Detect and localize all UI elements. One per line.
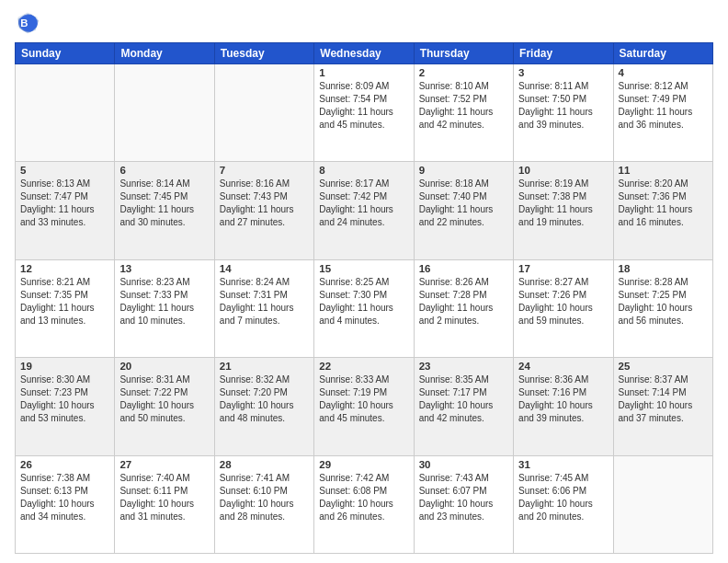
calendar-cell: 23 Sunrise: 8:35 AMSunset: 7:17 PMDaylig…: [414, 358, 513, 455]
day-number: 30: [419, 459, 508, 470]
calendar-cell: 11 Sunrise: 8:20 AMSunset: 7:36 PMDaylig…: [613, 162, 712, 259]
weekday-header-friday: Friday: [514, 43, 613, 64]
day-number: 19: [20, 361, 109, 372]
calendar-cell: 28 Sunrise: 7:41 AMSunset: 6:10 PMDaylig…: [214, 455, 313, 553]
weekday-header-thursday: Thursday: [414, 43, 513, 64]
day-info: Sunrise: 7:45 AMSunset: 6:06 PMDaylight:…: [518, 473, 593, 522]
day-number: 31: [518, 459, 608, 470]
day-info: Sunrise: 8:20 AMSunset: 7:36 PMDaylight:…: [619, 178, 693, 227]
day-info: Sunrise: 7:42 AMSunset: 6:08 PMDaylight:…: [319, 473, 393, 522]
day-info: Sunrise: 8:13 AMSunset: 7:47 PMDaylight:…: [20, 178, 95, 227]
day-info: Sunrise: 8:23 AMSunset: 7:33 PMDaylight:…: [119, 277, 194, 326]
day-number: 13: [119, 263, 209, 274]
day-info: Sunrise: 8:18 AMSunset: 7:40 PMDaylight:…: [419, 178, 494, 227]
svg-text:B: B: [20, 17, 28, 29]
day-number: 8: [319, 165, 408, 176]
calendar-cell: 9 Sunrise: 8:18 AMSunset: 7:40 PMDayligh…: [414, 162, 513, 259]
day-info: Sunrise: 8:24 AMSunset: 7:31 PMDaylight:…: [220, 277, 294, 326]
day-info: Sunrise: 8:16 AMSunset: 7:43 PMDaylight:…: [220, 178, 294, 227]
week-row-3: 12 Sunrise: 8:21 AMSunset: 7:35 PMDaylig…: [16, 259, 713, 357]
day-info: Sunrise: 8:14 AMSunset: 7:45 PMDaylight:…: [119, 178, 194, 227]
calendar-cell: 6 Sunrise: 8:14 AMSunset: 7:45 PMDayligh…: [115, 162, 214, 259]
day-number: 7: [220, 165, 309, 176]
calendar-cell: 20 Sunrise: 8:31 AMSunset: 7:22 PMDaylig…: [115, 358, 214, 455]
day-number: 12: [20, 263, 109, 274]
day-info: Sunrise: 8:27 AMSunset: 7:26 PMDaylight:…: [518, 277, 593, 326]
day-number: 20: [119, 361, 209, 372]
calendar-cell: 15 Sunrise: 8:25 AMSunset: 7:30 PMDaylig…: [314, 259, 414, 357]
calendar-cell: 14 Sunrise: 8:24 AMSunset: 7:31 PMDaylig…: [214, 259, 313, 357]
day-info: Sunrise: 8:25 AMSunset: 7:30 PMDaylight:…: [319, 277, 393, 326]
week-row-1: 1 Sunrise: 8:09 AMSunset: 7:54 PMDayligh…: [16, 64, 713, 162]
day-number: 22: [319, 361, 408, 372]
day-info: Sunrise: 8:26 AMSunset: 7:28 PMDaylight:…: [419, 277, 494, 326]
calendar-page: B SundayMondayTuesdayWednesdayThursdayFr…: [0, 0, 728, 563]
calendar-cell: 29 Sunrise: 7:42 AMSunset: 6:08 PMDaylig…: [314, 455, 414, 553]
calendar-cell: 18 Sunrise: 8:28 AMSunset: 7:25 PMDaylig…: [613, 259, 712, 357]
weekday-header-row: SundayMondayTuesdayWednesdayThursdayFrid…: [16, 43, 713, 64]
calendar-cell: 13 Sunrise: 8:23 AMSunset: 7:33 PMDaylig…: [115, 259, 214, 357]
calendar-cell: 8 Sunrise: 8:17 AMSunset: 7:42 PMDayligh…: [314, 162, 414, 259]
day-number: 10: [518, 165, 608, 176]
day-info: Sunrise: 8:31 AMSunset: 7:22 PMDaylight:…: [119, 374, 194, 423]
day-number: 23: [419, 361, 508, 372]
calendar-cell: 5 Sunrise: 8:13 AMSunset: 7:47 PMDayligh…: [16, 162, 115, 259]
calendar-cell: 24 Sunrise: 8:36 AMSunset: 7:16 PMDaylig…: [514, 358, 613, 455]
day-number: 18: [619, 263, 708, 274]
day-info: Sunrise: 8:21 AMSunset: 7:35 PMDaylight:…: [20, 277, 95, 326]
weekday-header-saturday: Saturday: [613, 43, 712, 64]
day-number: 17: [518, 263, 608, 274]
day-info: Sunrise: 8:28 AMSunset: 7:25 PMDaylight:…: [619, 277, 693, 326]
day-info: Sunrise: 8:36 AMSunset: 7:16 PMDaylight:…: [518, 374, 593, 423]
day-number: 6: [119, 165, 209, 176]
calendar-cell: 4 Sunrise: 8:12 AMSunset: 7:49 PMDayligh…: [613, 64, 712, 162]
day-info: Sunrise: 8:35 AMSunset: 7:17 PMDaylight:…: [419, 374, 494, 423]
day-number: 9: [419, 165, 508, 176]
day-info: Sunrise: 8:11 AMSunset: 7:50 PMDaylight:…: [518, 81, 593, 130]
week-row-4: 19 Sunrise: 8:30 AMSunset: 7:23 PMDaylig…: [16, 358, 713, 455]
week-row-2: 5 Sunrise: 8:13 AMSunset: 7:47 PMDayligh…: [16, 162, 713, 259]
calendar-table: SundayMondayTuesdayWednesdayThursdayFrid…: [15, 42, 713, 554]
day-info: Sunrise: 8:30 AMSunset: 7:23 PMDaylight:…: [20, 374, 95, 423]
day-info: Sunrise: 8:12 AMSunset: 7:49 PMDaylight:…: [619, 81, 693, 130]
weekday-header-tuesday: Tuesday: [214, 43, 313, 64]
day-number: 26: [20, 459, 109, 470]
calendar-cell: 30 Sunrise: 7:43 AMSunset: 6:07 PMDaylig…: [414, 455, 513, 553]
weekday-header-sunday: Sunday: [16, 43, 115, 64]
day-info: Sunrise: 8:37 AMSunset: 7:14 PMDaylight:…: [619, 374, 693, 423]
day-info: Sunrise: 7:38 AMSunset: 6:13 PMDaylight:…: [20, 473, 95, 522]
day-number: 21: [220, 361, 309, 372]
calendar-cell: 1 Sunrise: 8:09 AMSunset: 7:54 PMDayligh…: [314, 64, 414, 162]
calendar-cell: 16 Sunrise: 8:26 AMSunset: 7:28 PMDaylig…: [414, 259, 513, 357]
day-info: Sunrise: 7:41 AMSunset: 6:10 PMDaylight:…: [220, 473, 294, 522]
day-info: Sunrise: 8:17 AMSunset: 7:42 PMDaylight:…: [319, 178, 393, 227]
day-number: 11: [619, 165, 708, 176]
calendar-cell: 25 Sunrise: 8:37 AMSunset: 7:14 PMDaylig…: [613, 358, 712, 455]
day-info: Sunrise: 8:19 AMSunset: 7:38 PMDaylight:…: [518, 178, 593, 227]
day-number: 3: [518, 67, 608, 78]
calendar-cell: [214, 64, 313, 162]
day-number: 4: [619, 67, 708, 78]
logo-icon: B: [15, 9, 40, 35]
calendar-cell: 21 Sunrise: 8:32 AMSunset: 7:20 PMDaylig…: [214, 358, 313, 455]
logo: B: [15, 9, 44, 35]
calendar-cell: 19 Sunrise: 8:30 AMSunset: 7:23 PMDaylig…: [16, 358, 115, 455]
header: B: [15, 9, 713, 35]
calendar-cell: 7 Sunrise: 8:16 AMSunset: 7:43 PMDayligh…: [214, 162, 313, 259]
weekday-header-monday: Monday: [115, 43, 214, 64]
week-row-5: 26 Sunrise: 7:38 AMSunset: 6:13 PMDaylig…: [16, 455, 713, 553]
calendar-cell: [115, 64, 214, 162]
calendar-cell: [613, 455, 712, 553]
day-number: 2: [419, 67, 508, 78]
day-info: Sunrise: 8:10 AMSunset: 7:52 PMDaylight:…: [419, 81, 494, 130]
day-number: 14: [220, 263, 309, 274]
calendar-cell: 2 Sunrise: 8:10 AMSunset: 7:52 PMDayligh…: [414, 64, 513, 162]
day-number: 1: [319, 67, 408, 78]
weekday-header-wednesday: Wednesday: [314, 43, 414, 64]
calendar-cell: 17 Sunrise: 8:27 AMSunset: 7:26 PMDaylig…: [514, 259, 613, 357]
calendar-cell: 26 Sunrise: 7:38 AMSunset: 6:13 PMDaylig…: [16, 455, 115, 553]
calendar-cell: 10 Sunrise: 8:19 AMSunset: 7:38 PMDaylig…: [514, 162, 613, 259]
day-number: 5: [20, 165, 109, 176]
day-info: Sunrise: 8:09 AMSunset: 7:54 PMDaylight:…: [319, 81, 393, 130]
calendar-cell: [16, 64, 115, 162]
